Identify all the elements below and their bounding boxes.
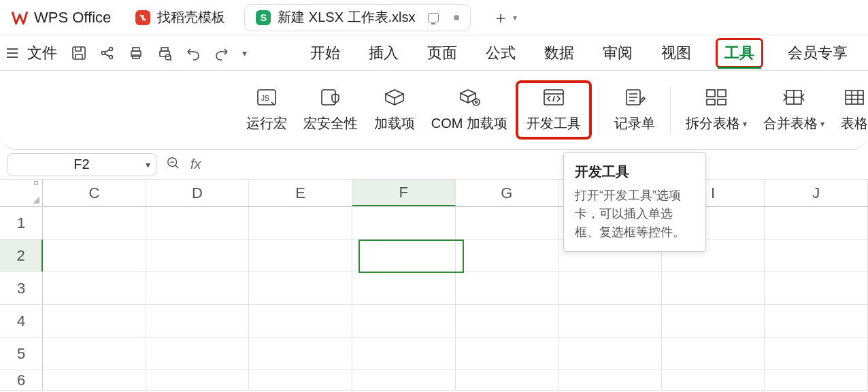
cell[interactable] (352, 305, 456, 337)
save-icon[interactable] (71, 45, 87, 61)
cell[interactable] (43, 240, 146, 272)
tab-view[interactable]: 视图 (657, 39, 695, 67)
grid-row: 6 (0, 370, 868, 391)
com-addins-button[interactable]: COM 加载项 (423, 83, 516, 137)
split-table-button[interactable]: 拆分表格▾ (678, 83, 755, 137)
addins-button[interactable]: 加载项 (366, 83, 423, 137)
cell[interactable] (146, 240, 250, 272)
name-box[interactable]: F2 ▾ (7, 153, 156, 176)
print-icon[interactable] (128, 45, 144, 61)
row-header[interactable]: 4 (0, 305, 43, 337)
cell[interactable] (456, 338, 559, 370)
record-form-button[interactable]: 记录单 (606, 83, 663, 137)
table-button[interactable]: 表格 (833, 83, 868, 137)
cell[interactable] (249, 370, 352, 390)
cell[interactable] (456, 272, 559, 304)
select-all-corner[interactable] (0, 180, 43, 206)
cell[interactable] (249, 338, 352, 370)
cell-active[interactable] (352, 240, 456, 272)
cell[interactable] (558, 272, 662, 304)
cell[interactable] (43, 338, 146, 370)
formula-input[interactable] (211, 154, 861, 175)
merge-table-button[interactable]: 合并表格▾ (755, 83, 833, 137)
tab-tools[interactable]: 工具 (716, 38, 763, 68)
cell[interactable] (146, 272, 250, 304)
cell[interactable] (765, 338, 868, 370)
cell[interactable] (662, 338, 765, 370)
tab-page[interactable]: 页面 (423, 39, 461, 67)
grid-row: 5 (0, 338, 868, 370)
tab-document[interactable]: S 新建 XLSX 工作表.xlsx (244, 4, 470, 31)
cell[interactable] (765, 207, 868, 239)
cell[interactable] (765, 370, 868, 390)
redo-icon[interactable] (214, 45, 230, 61)
cell[interactable] (146, 338, 250, 370)
run-macro-button[interactable]: JS 运行宏 (238, 83, 295, 137)
row-header[interactable]: 2 (0, 240, 43, 272)
cell[interactable] (765, 240, 868, 272)
window-mode-icon[interactable] (428, 13, 439, 22)
cell[interactable] (352, 370, 456, 390)
new-tab-button[interactable]: ＋ ▾ (493, 7, 517, 29)
spreadsheet-grid[interactable]: C D E F G H I J 1 2 3 4 5 6 (0, 180, 868, 391)
dev-tools-button[interactable]: 开发工具 (516, 80, 592, 140)
cell[interactable] (662, 370, 765, 390)
cell[interactable] (456, 207, 559, 239)
cell[interactable] (456, 370, 559, 390)
cell[interactable] (146, 370, 250, 390)
col-header[interactable]: D (146, 180, 250, 206)
cell[interactable] (558, 305, 662, 337)
menu-bar: 文件 ▾ 开始 插入 页面 公式 数据 审阅 视图 工具 会员专享 (0, 35, 868, 71)
cell[interactable] (352, 207, 456, 239)
tab-formula[interactable]: 公式 (482, 39, 520, 67)
print-preview-icon[interactable] (156, 45, 173, 61)
cell[interactable] (352, 272, 456, 304)
cell[interactable] (249, 207, 352, 239)
cell[interactable] (249, 305, 352, 337)
cell[interactable] (146, 207, 250, 239)
macro-security-button[interactable]: 宏安全性 (295, 83, 366, 137)
file-menu[interactable]: 文件 (23, 43, 61, 63)
cell[interactable] (249, 272, 352, 304)
cell[interactable] (43, 272, 146, 304)
cell[interactable] (352, 338, 456, 370)
tab-data[interactable]: 数据 (540, 39, 578, 67)
col-header[interactable]: F (352, 180, 456, 206)
undo-icon[interactable] (185, 45, 201, 61)
tab-review[interactable]: 审阅 (599, 39, 637, 67)
cell[interactable] (765, 305, 868, 337)
cell[interactable] (456, 240, 559, 272)
cell[interactable] (558, 338, 662, 370)
cell[interactable] (43, 305, 146, 337)
tab-templates[interactable]: 找稻壳模板 (124, 4, 236, 31)
col-header[interactable]: E (249, 180, 352, 206)
tab-vip[interactable]: 会员专享 (784, 39, 852, 67)
col-header[interactable]: J (765, 180, 868, 206)
row-header[interactable]: 1 (0, 207, 43, 239)
fx-label[interactable]: fx (190, 157, 201, 172)
cell[interactable] (249, 240, 352, 272)
cell[interactable] (43, 207, 146, 239)
cell[interactable] (765, 272, 868, 304)
col-header[interactable]: G (456, 180, 559, 206)
svg-rect-0 (73, 47, 85, 59)
ribbon-separator (599, 86, 599, 134)
col-header[interactable]: C (43, 180, 146, 206)
row-header[interactable]: 3 (0, 272, 43, 304)
svg-rect-7 (160, 51, 169, 56)
tab-start[interactable]: 开始 (306, 39, 344, 67)
cancel-icon[interactable] (166, 156, 181, 174)
cell[interactable] (456, 305, 559, 337)
cell[interactable] (558, 370, 662, 390)
row-header[interactable]: 6 (0, 370, 43, 390)
hamburger-menu-icon[interactable] (4, 48, 20, 58)
share-icon[interactable] (99, 45, 116, 61)
cell[interactable] (43, 370, 146, 390)
qat-dropdown-icon[interactable]: ▾ (242, 48, 247, 59)
row-header[interactable]: 5 (0, 338, 43, 370)
cell[interactable] (662, 272, 765, 304)
cell[interactable] (662, 305, 765, 337)
chevron-down-icon[interactable]: ▾ (146, 159, 150, 170)
tab-insert[interactable]: 插入 (365, 39, 403, 67)
cell[interactable] (146, 305, 250, 337)
